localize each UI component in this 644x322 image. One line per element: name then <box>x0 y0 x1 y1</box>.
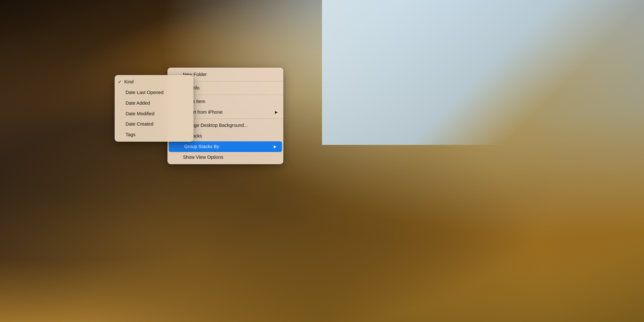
menu-label-show-view-options: Show View Options <box>183 154 278 160</box>
sky-overlay <box>322 0 644 145</box>
submenu-label-date-created: Date Created <box>126 121 188 127</box>
menu-label-change-desktop-background: Change Desktop Background... <box>183 122 278 128</box>
submenu-item-kind[interactable]: ✓ Kind <box>115 77 194 87</box>
submenu-item-date-created[interactable]: Date Created <box>115 119 194 129</box>
checkmark-kind: ✓ <box>118 79 122 85</box>
submenu-arrow-group-stacks: ▶ <box>274 144 276 149</box>
submenu-label-date-last-opened: Date Last Opened <box>126 90 188 96</box>
menu-item-show-view-options[interactable]: Show View Options <box>167 152 283 163</box>
submenu-label-tags: Tags <box>126 132 188 138</box>
menu-label-group-stacks-by: Group Stacks By <box>184 144 271 150</box>
menu-label-import-from-iphone: Import from iPhone <box>183 109 272 115</box>
menu-label-new-folder: New Folder <box>183 71 278 78</box>
submenu-arrow-import: ▶ <box>275 110 278 114</box>
menu-label-get-info: Get Info <box>183 85 278 91</box>
menu-label-paste-item: Paste Item <box>183 99 278 105</box>
submenu-label-kind: Kind <box>124 79 188 85</box>
submenu-label-date-added: Date Added <box>126 100 188 106</box>
submenu-item-date-modified[interactable]: Date Modified <box>115 109 194 119</box>
submenu-item-date-last-opened[interactable]: Date Last Opened <box>115 87 194 98</box>
submenu-item-date-added[interactable]: Date Added <box>115 98 194 109</box>
group-stacks-by-submenu: ✓ Kind Date Last Opened Date Added Date … <box>115 75 194 142</box>
menu-item-group-stacks-by[interactable]: Group Stacks By ▶ <box>169 141 282 152</box>
submenu-item-tags[interactable]: Tags <box>115 129 194 140</box>
submenu-label-date-modified: Date Modified <box>126 111 188 117</box>
